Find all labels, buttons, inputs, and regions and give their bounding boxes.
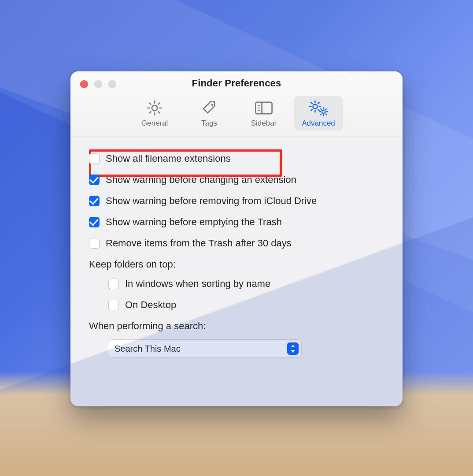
option-label: On Desktop <box>125 299 176 311</box>
checkbox[interactable] <box>89 217 100 227</box>
tab-label: Advanced <box>302 119 335 128</box>
option-folders-top-windows[interactable]: In windows when sorting by name <box>89 278 384 290</box>
select-value: Search This Mac <box>115 344 181 354</box>
tab-label: Tags <box>201 119 217 128</box>
finder-preferences-window: Finder Preferences General <box>70 71 403 406</box>
updown-stepper-icon <box>287 342 299 355</box>
gears-icon <box>307 99 330 117</box>
tab-label: General <box>141 119 168 128</box>
desktop-background: Finder Preferences General <box>0 0 473 476</box>
tab-general[interactable]: General <box>130 96 179 130</box>
tab-advanced[interactable]: Advanced <box>294 96 343 130</box>
option-auto-empty-trash[interactable]: Remove items from the Trash after 30 day… <box>89 238 384 249</box>
svg-point-0 <box>152 105 157 111</box>
sidebar-icon <box>254 99 274 117</box>
tab-sidebar[interactable]: Sidebar <box>239 96 288 130</box>
checkbox[interactable] <box>108 279 119 289</box>
preferences-tabs: General Tags <box>70 96 403 133</box>
window-titlebar: Finder Preferences General <box>70 71 403 137</box>
option-label: Show warning before changing an extensio… <box>106 174 296 186</box>
option-label: Show all filename extensions <box>106 153 231 164</box>
svg-point-1 <box>211 104 214 106</box>
tag-icon <box>200 99 218 117</box>
svg-point-7 <box>313 104 317 109</box>
checkbox[interactable] <box>108 300 119 310</box>
tab-label: Sidebar <box>251 119 277 128</box>
checkbox[interactable] <box>89 196 100 206</box>
option-label: Show warning before emptying the Trash <box>106 216 282 228</box>
search-heading: When performing a search: <box>89 320 384 332</box>
option-show-extensions[interactable]: Show all filename extensions <box>89 153 384 164</box>
option-label: Remove items from the Trash after 30 day… <box>106 238 292 249</box>
option-label: In windows when sorting by name <box>125 278 270 290</box>
window-title: Finder Preferences <box>70 78 403 89</box>
checkbox[interactable] <box>89 238 100 249</box>
checkbox[interactable] <box>89 175 100 185</box>
option-warn-icloud-remove[interactable]: Show warning before removing from iCloud… <box>89 195 384 207</box>
option-folders-top-desktop[interactable]: On Desktop <box>89 299 384 311</box>
gear-icon <box>145 99 164 117</box>
option-warn-change-extension[interactable]: Show warning before changing an extensio… <box>89 174 384 186</box>
option-label: Show warning before removing from iCloud… <box>106 195 317 207</box>
checkbox[interactable] <box>89 153 100 164</box>
folders-on-top-heading: Keep folders on top: <box>89 259 384 270</box>
search-scope-select[interactable]: Search This Mac <box>108 340 301 357</box>
svg-point-8 <box>322 110 325 114</box>
tab-tags[interactable]: Tags <box>185 96 234 130</box>
preferences-content: Show all filename extensions Show warnin… <box>70 137 403 406</box>
option-warn-empty-trash[interactable]: Show warning before emptying the Trash <box>89 216 384 228</box>
